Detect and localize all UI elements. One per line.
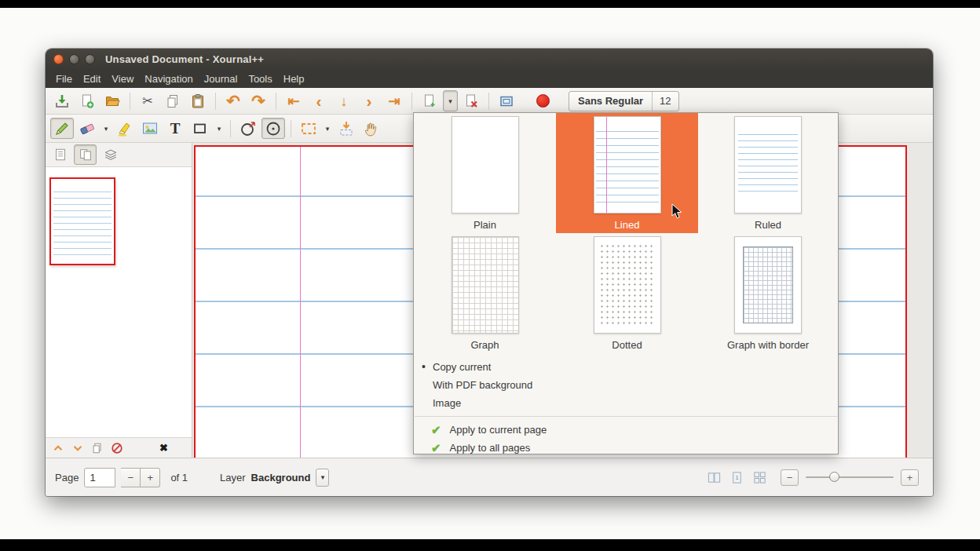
template-label: Graph with border bbox=[727, 339, 809, 351]
record-audio-button[interactable] bbox=[531, 90, 554, 111]
presentation-mode-button[interactable]: 1 bbox=[729, 469, 744, 485]
tab-layers[interactable] bbox=[99, 144, 122, 165]
zoom-slider-handle[interactable] bbox=[829, 472, 839, 482]
move-page-down-button[interactable] bbox=[70, 440, 86, 456]
cut-button[interactable]: ✂ bbox=[136, 90, 159, 111]
maximize-button[interactable] bbox=[85, 54, 95, 64]
ruled-template-thumbnail bbox=[734, 116, 802, 213]
statusbar: Page −+ of 1 Layer Background ▾ 1 bbox=[46, 458, 933, 496]
menu-file[interactable]: File bbox=[50, 71, 78, 86]
apply-to-all-pages[interactable]: ✔ Apply to all pages bbox=[414, 439, 838, 457]
template-graph-with-border[interactable]: Graph with border bbox=[698, 233, 838, 352]
template-dotted[interactable]: Dotted bbox=[556, 233, 698, 352]
delete-page-icon bbox=[463, 93, 479, 109]
paste-icon bbox=[190, 93, 206, 109]
eraser-icon bbox=[79, 120, 96, 137]
page-decrement-button[interactable]: − bbox=[121, 468, 141, 487]
zoom-slider[interactable] bbox=[806, 469, 894, 485]
paste-button[interactable] bbox=[186, 90, 210, 111]
insert-page-button[interactable] bbox=[418, 90, 441, 111]
apply-to-current-page[interactable]: ✔ Apply to current page bbox=[414, 421, 838, 439]
undo-button[interactable]: ↶ bbox=[221, 90, 245, 111]
last-page-button[interactable]: ⇥ bbox=[382, 90, 406, 111]
template-label: Dotted bbox=[612, 339, 642, 351]
close-button[interactable] bbox=[53, 54, 64, 64]
open-folder-icon bbox=[104, 93, 120, 109]
toolbar-separator bbox=[230, 120, 231, 137]
save-button[interactable] bbox=[50, 90, 74, 111]
menu-help[interactable]: Help bbox=[278, 71, 310, 86]
page-number-input[interactable] bbox=[84, 468, 115, 487]
select-rectangle-button[interactable] bbox=[297, 118, 320, 139]
vertical-space-button[interactable] bbox=[335, 118, 358, 139]
shape-recognizer-button[interactable] bbox=[236, 118, 260, 139]
fullscreen-button[interactable] bbox=[495, 90, 518, 111]
pen-tool-button[interactable] bbox=[50, 118, 74, 139]
page-template-dropdown-button[interactable]: ▾ bbox=[443, 90, 458, 111]
first-page-button[interactable]: ⇤ bbox=[282, 90, 305, 111]
page-margin-line bbox=[300, 147, 301, 458]
image-tool-button[interactable] bbox=[138, 118, 162, 139]
menu-tools[interactable]: Tools bbox=[243, 71, 277, 86]
menu-edit[interactable]: Edit bbox=[78, 71, 106, 86]
zoom-slider-track bbox=[806, 476, 894, 478]
menu-navigation[interactable]: Navigation bbox=[139, 71, 198, 86]
template-plain[interactable]: Plain bbox=[414, 113, 556, 233]
tab-contents[interactable] bbox=[49, 144, 71, 165]
sidebar-toolbar: ✖ bbox=[46, 437, 192, 458]
tab-page-preview[interactable] bbox=[74, 144, 97, 165]
sidebar: ✖ bbox=[46, 143, 192, 458]
option-copy-current[interactable]: • Copy current bbox=[414, 358, 838, 376]
previous-page-button[interactable]: ‹ bbox=[307, 90, 331, 111]
selection-options-dropdown[interactable]: ▾ bbox=[322, 119, 333, 139]
zoom-in-button[interactable]: + bbox=[901, 469, 919, 486]
record-icon bbox=[536, 94, 550, 108]
page-increment-button[interactable]: + bbox=[141, 468, 160, 487]
template-graph[interactable]: Graph bbox=[414, 233, 556, 352]
thumbnail-lines bbox=[53, 192, 112, 257]
option-image[interactable]: Image bbox=[414, 394, 838, 412]
delete-page-button[interactable] bbox=[459, 90, 483, 111]
open-button[interactable] bbox=[101, 90, 124, 111]
paired-pages-button[interactable] bbox=[706, 469, 722, 485]
font-selector[interactable]: Sans Regular 12 bbox=[569, 91, 679, 111]
move-page-up-button[interactable] bbox=[50, 440, 66, 456]
goto-page-button[interactable]: ↓ bbox=[332, 90, 356, 111]
shape-tool-button[interactable] bbox=[188, 118, 212, 139]
grid-view-button[interactable] bbox=[751, 469, 767, 485]
shape-options-dropdown[interactable]: ▾ bbox=[214, 119, 225, 139]
option-with-pdf-background[interactable]: With PDF background bbox=[414, 376, 838, 394]
menu-separator bbox=[415, 416, 837, 417]
option-label: Image bbox=[433, 397, 461, 409]
highlighter-tool-button[interactable] bbox=[113, 118, 137, 139]
close-sidebar-button[interactable]: ✖ bbox=[159, 442, 168, 454]
copy-button[interactable] bbox=[161, 90, 185, 111]
font-name-button[interactable]: Sans Regular bbox=[569, 92, 652, 111]
insert-page-icon bbox=[422, 93, 437, 109]
eraser-tool-button[interactable] bbox=[75, 118, 99, 139]
check-icon: ✔ bbox=[431, 441, 441, 455]
font-size-spinner[interactable]: 12 bbox=[652, 92, 678, 111]
new-document-button[interactable] bbox=[75, 90, 99, 111]
text-tool-button[interactable]: T bbox=[163, 118, 187, 139]
delete-page-sidebar-button[interactable] bbox=[109, 440, 125, 456]
eraser-options-dropdown[interactable]: ▾ bbox=[101, 119, 112, 139]
hand-tool-button[interactable] bbox=[360, 118, 383, 139]
layer-dropdown-button[interactable]: ▾ bbox=[316, 469, 329, 487]
dotted-dots bbox=[599, 243, 656, 327]
menu-journal[interactable]: Journal bbox=[199, 71, 243, 86]
menu-view[interactable]: View bbox=[106, 71, 139, 86]
lined-template-thumbnail bbox=[594, 116, 661, 213]
window-title: Unsaved Document - Xournal++ bbox=[105, 53, 264, 65]
minimize-button[interactable] bbox=[69, 54, 79, 64]
goto-page-icon: ↓ bbox=[341, 94, 348, 108]
copy-page-button[interactable] bbox=[90, 440, 105, 456]
save-icon bbox=[54, 93, 70, 109]
redo-button[interactable]: ↷ bbox=[247, 90, 270, 111]
next-page-button[interactable]: › bbox=[357, 90, 381, 111]
zoom-out-button[interactable]: − bbox=[781, 469, 799, 486]
hand-icon bbox=[363, 120, 380, 137]
page-thumbnail[interactable] bbox=[49, 177, 115, 265]
draw-circle-button[interactable] bbox=[261, 118, 285, 139]
template-ruled[interactable]: Ruled bbox=[698, 113, 838, 233]
